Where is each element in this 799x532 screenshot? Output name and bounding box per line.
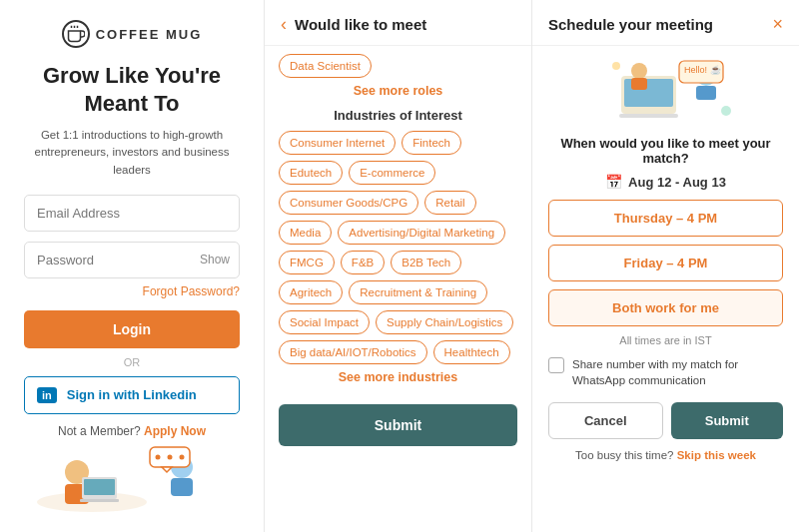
middle-panel: ‹ Would like to meet Data Scientist See … bbox=[265, 0, 532, 532]
forgot-password-link[interactable]: Forgot Password? bbox=[24, 284, 240, 298]
logo-icon bbox=[62, 20, 90, 48]
industry-tag[interactable]: F&B bbox=[341, 251, 385, 274]
middle-header: ‹ Would like to meet bbox=[265, 0, 531, 46]
submit-button[interactable]: Submit bbox=[671, 402, 784, 439]
industry-tag[interactable]: Consumer Goods/CPG bbox=[279, 191, 418, 215]
industry-tag[interactable]: Edutech bbox=[279, 161, 343, 185]
logo-text: COFFEE MUG bbox=[96, 27, 203, 42]
back-arrow-icon[interactable]: ‹ bbox=[281, 14, 287, 35]
tagline: Grow Like You're Meant To bbox=[24, 62, 240, 117]
middle-submit-button[interactable]: Submit bbox=[279, 404, 517, 446]
industry-tag[interactable]: Retail bbox=[424, 191, 475, 215]
industry-tag[interactable]: Recruitment & Training bbox=[349, 280, 487, 304]
date-range-text: Aug 12 - Aug 13 bbox=[628, 175, 726, 190]
svg-rect-18 bbox=[619, 114, 678, 118]
industry-tag[interactable]: E-commerce bbox=[349, 161, 435, 185]
right-content: Hello! ☕ When would you like to meet you… bbox=[532, 46, 799, 473]
svg-rect-8 bbox=[80, 499, 119, 502]
logo: COFFEE MUG bbox=[62, 20, 203, 48]
see-more-industries-link[interactable]: See more industries bbox=[279, 370, 517, 384]
right-panel: Schedule your meeting × Hello! ☕ bbox=[532, 0, 799, 532]
svg-point-15 bbox=[180, 455, 185, 460]
svg-marker-12 bbox=[162, 467, 172, 472]
right-title: Schedule your meeting bbox=[548, 16, 713, 33]
svg-point-14 bbox=[168, 455, 173, 460]
friday-slot-button[interactable]: Friday – 4 PM bbox=[548, 245, 783, 281]
cancel-button[interactable]: Cancel bbox=[548, 402, 663, 439]
skip-this-week-link[interactable]: Skip this week bbox=[677, 449, 756, 461]
svg-rect-7 bbox=[84, 479, 115, 495]
see-more-roles-link[interactable]: See more roles bbox=[279, 84, 517, 98]
linkedin-icon: in bbox=[37, 387, 57, 403]
whatsapp-text: Share number with my match for WhatsApp … bbox=[572, 356, 783, 388]
meeting-illustration: Hello! ☕ bbox=[611, 56, 721, 126]
industry-tag[interactable]: Media bbox=[279, 221, 332, 245]
svg-point-19 bbox=[631, 63, 647, 79]
left-illustration bbox=[24, 446, 240, 512]
industry-tags: Consumer InternetFintechEdutechE-commerc… bbox=[279, 131, 517, 364]
role-tag-data-scientist[interactable]: Data Scientist bbox=[279, 54, 372, 78]
skip-text: Too busy this time? Skip this week bbox=[575, 449, 756, 461]
industry-tag[interactable]: Agritech bbox=[279, 280, 343, 304]
svg-point-25 bbox=[612, 62, 620, 70]
meeting-question: When would you like to meet your match? bbox=[548, 136, 783, 166]
both-work-button[interactable]: Both work for me bbox=[548, 289, 783, 326]
right-header: Schedule your meeting × bbox=[532, 0, 799, 46]
industry-tag[interactable]: Healthtech bbox=[433, 340, 510, 364]
whatsapp-checkbox[interactable] bbox=[548, 357, 564, 373]
apply-now-link[interactable]: Apply Now bbox=[144, 424, 206, 438]
calendar-icon: 📅 bbox=[605, 174, 622, 190]
industry-tag[interactable]: Supply Chain/Logistics bbox=[376, 310, 513, 334]
date-range: 📅 Aug 12 - Aug 13 bbox=[605, 174, 726, 190]
ist-note: All times are in IST bbox=[619, 334, 711, 346]
role-tags: Data Scientist bbox=[279, 54, 517, 78]
description: Get 1:1 introductions to high-growth ent… bbox=[24, 127, 240, 179]
whatsapp-row: Share number with my match for WhatsApp … bbox=[548, 356, 783, 388]
industry-tag[interactable]: Advertising/Digital Marketing bbox=[338, 221, 505, 245]
middle-content: Data Scientist See more roles Industries… bbox=[265, 46, 531, 462]
industry-tag[interactable]: B2B Tech bbox=[391, 251, 461, 274]
action-row: Cancel Submit bbox=[548, 402, 783, 439]
email-field[interactable] bbox=[24, 195, 240, 232]
svg-rect-22 bbox=[696, 86, 716, 100]
show-password-button[interactable]: Show bbox=[200, 253, 230, 266]
industry-tag[interactable]: FMCG bbox=[279, 251, 335, 274]
svg-point-13 bbox=[156, 455, 161, 460]
svg-rect-10 bbox=[171, 478, 193, 496]
linkedin-signin-button[interactable]: in Sign in with Linkedin bbox=[24, 376, 240, 414]
industry-tag[interactable]: Fintech bbox=[401, 131, 461, 155]
svg-point-26 bbox=[721, 106, 731, 116]
middle-title: Would like to meet bbox=[295, 16, 426, 33]
or-divider: OR bbox=[124, 356, 141, 368]
login-button[interactable]: Login bbox=[24, 310, 240, 348]
linkedin-label: Sign in with Linkedin bbox=[67, 387, 197, 402]
industry-tag[interactable]: Social Impact bbox=[279, 310, 370, 334]
left-panel: COFFEE MUG Grow Like You're Meant To Get… bbox=[0, 0, 265, 532]
svg-rect-20 bbox=[631, 78, 647, 90]
member-text: Not a Member? Apply Now bbox=[58, 424, 206, 438]
close-button[interactable]: × bbox=[772, 14, 783, 35]
industry-tag[interactable]: Consumer Internet bbox=[279, 131, 396, 155]
thursday-slot-button[interactable]: Thursday – 4 PM bbox=[548, 200, 783, 237]
industries-label: Industries of Interest bbox=[279, 108, 517, 123]
industry-tag[interactable]: Big data/AI/IOT/Robotics bbox=[279, 340, 427, 364]
svg-text:Hello! ☕: Hello! ☕ bbox=[684, 64, 722, 76]
